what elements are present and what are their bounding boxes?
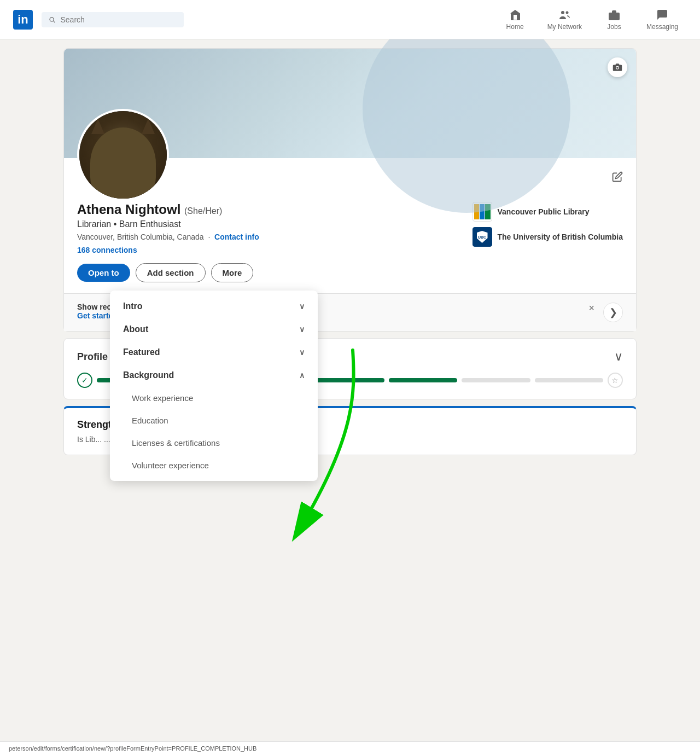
background-chevron: ∧ [299,371,305,380]
education-label: Education [132,416,168,425]
strengthen-sub-text: Is Lib... [77,435,102,444]
seg-7 [535,378,603,382]
profile-left: Athena Nightowl (She/Her) Librarian • Ba… [77,202,455,282]
owl-ear-right [142,119,155,134]
jobs-label: Jobs [607,23,621,31]
profile-card: Athena Nightowl (She/Her) Librarian • Ba… [63,48,637,332]
company-ubc[interactable]: UBC The University of British Columbia [472,227,623,247]
nav-jobs[interactable]: Jobs [595,4,633,35]
owl-body [90,127,156,199]
svg-point-0 [561,11,564,14]
contact-info-link[interactable]: Contact info [214,233,259,241]
dropdown-item-licenses[interactable]: Licenses & certifications [110,432,318,454]
seg-5 [389,378,457,382]
work-experience-label: Work experience [132,393,193,403]
vpl-name: Vancouver Public Library [498,207,590,217]
featured-chevron: ∨ [299,348,305,357]
jobs-icon [608,8,621,21]
ubc-name: The University of British Columbia [498,232,623,242]
notification-close-button[interactable]: × [586,303,597,314]
licenses-label: Licenses & certifications [132,438,220,448]
profile-wrapper: Athena Nightowl (She/Her) Librarian • Ba… [55,48,645,455]
seg-4 [316,378,384,382]
nav-items: Home My Network Jobs Me [496,4,687,35]
pencil-icon [612,171,623,182]
svg-rect-2 [609,13,620,20]
dropdown-item-background[interactable]: Background ∧ [110,364,318,387]
profile-headline: Librarian • Barn Enthusiast [77,219,455,229]
my-network-label: My Network [547,23,582,31]
search-bar[interactable] [42,12,184,27]
location-text: Vancouver, British Columbia, Canada [77,233,204,241]
navbar: in Home My Network [0,0,700,39]
linkedin-logo[interactable]: in [13,10,33,30]
add-section-button[interactable]: Add section [136,263,206,282]
connections-count[interactable]: 168 connections [77,246,455,254]
strength-star-icon: ☆ [608,373,623,388]
more-button[interactable]: More [211,263,254,282]
strength-chevron[interactable]: ∨ [614,350,623,364]
owl-ear-left [91,119,104,134]
home-icon [509,8,522,21]
featured-label: Featured [123,347,160,357]
add-section-dropdown: Intro ∨ About ∨ Featured ∨ [110,291,318,481]
profile-avatar [77,109,169,201]
profile-location: Vancouver, British Columbia, Canada · Co… [77,233,455,241]
volunteer-label: Volunteer experience [132,461,209,470]
messaging-icon [656,8,669,21]
search-icon [48,15,56,24]
dropdown-item-intro[interactable]: Intro ∨ [110,295,318,318]
dropdown-item-featured[interactable]: Featured ∨ [110,341,318,364]
search-input[interactable] [60,15,177,24]
network-icon [558,8,571,21]
profile-edit-button[interactable] [610,169,625,187]
status-url: peterson/edit/forms/certification/new/?p… [9,745,256,752]
nav-home[interactable]: Home [496,4,534,35]
home-label: Home [506,23,524,31]
ubc-logo: UBC [472,227,492,247]
messaging-label: Messaging [646,23,678,31]
open-to-button[interactable]: Open to [77,264,130,282]
svg-point-1 [566,11,569,14]
banner-camera-button[interactable] [608,57,627,77]
dropdown-item-about[interactable]: About ∨ [110,318,318,341]
svg-point-5 [616,67,619,69]
strength-check-icon: ✓ [77,373,92,388]
ubc-shield: UBC [475,229,490,245]
nav-my-network[interactable]: My Network [539,4,591,35]
about-chevron: ∨ [299,325,305,334]
camera-icon [612,62,622,72]
profile-right: Vancouver Public Library UBC The Univers… [472,202,623,282]
intro-chevron: ∨ [299,302,305,311]
dropdown-item-work-experience[interactable]: Work experience [110,387,318,409]
ubc-crest: UBC [477,231,488,243]
profile-actions: Open to Add section More Intro ∨ About [77,263,455,282]
name-text: Athena Nightowl [77,202,180,217]
dropdown-item-education[interactable]: Education [110,409,318,432]
profile-name: Athena Nightowl (She/Her) [77,202,455,217]
avatar-image [79,111,167,199]
background-label: Background [123,370,174,380]
dropdown-item-volunteer[interactable]: Volunteer experience [110,454,318,477]
seg-6 [462,378,530,382]
about-label: About [123,324,148,334]
status-bar: peterson/edit/forms/certification/new/?p… [0,741,700,755]
profile-pronouns: (She/Her) [184,206,222,216]
notification-next-button[interactable]: ❯ [603,303,623,322]
intro-label: Intro [123,301,143,311]
nav-messaging[interactable]: Messaging [638,4,687,35]
